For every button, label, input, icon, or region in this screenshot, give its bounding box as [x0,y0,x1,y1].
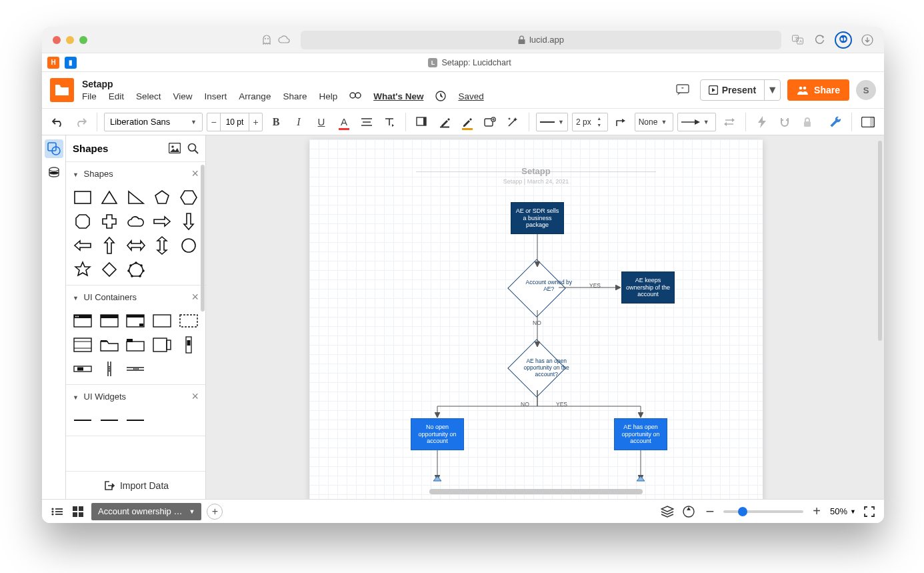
saved-status[interactable]: Saved [458,91,483,101]
shape-triangle[interactable] [99,189,119,206]
uiw-3[interactable] [126,412,146,429]
font-size-value[interactable]: 10 pt [221,113,249,131]
lock-icon[interactable] [798,113,817,131]
active-tab[interactable]: L Setapp: Lucidchart [82,58,857,67]
uic-scrollbar-v[interactable] [179,336,199,354]
1password-icon[interactable]: ⓵ [835,31,852,49]
panels-icon[interactable] [859,113,877,131]
text-options-icon[interactable] [380,113,399,131]
bold-icon[interactable]: B [267,113,285,131]
uic-window[interactable] [99,312,119,330]
border-color-icon[interactable] [435,113,454,131]
document-page[interactable]: Setapp Setapp | March 24, 2021 AE or SDR… [309,139,763,499]
uic-dialog[interactable] [126,312,146,330]
history-icon[interactable] [435,91,446,101]
document-title[interactable]: Setapp [82,79,664,89]
rail-data-icon[interactable] [45,163,63,182]
shape-diamond[interactable] [99,261,119,278]
shape-polygon[interactable] [126,261,146,278]
line-start-select[interactable]: None▼ [635,113,673,131]
search-icon[interactable] [187,143,199,154]
uic-card[interactable] [152,336,172,354]
canvas[interactable]: Setapp Setapp | March 24, 2021 AE or SDR… [206,135,884,499]
magic-icon[interactable] [503,113,522,131]
uic-tab-folder[interactable] [126,336,146,354]
uic-folder[interactable] [99,336,119,354]
target-icon[interactable] [681,504,697,520]
font-color-icon[interactable]: A [335,113,353,131]
shapes-panel-scroll[interactable]: ▼ Shapes × [66,162,205,471]
add-page-button[interactable]: + [207,504,223,520]
layers-icon[interactable] [659,504,675,520]
uiw-2[interactable] [99,412,119,429]
shape-pentagon[interactable] [153,189,173,206]
wrench-icon[interactable] [826,113,845,131]
url-bar[interactable]: lucid.app [301,31,781,49]
shape-cloud[interactable] [126,213,146,230]
swap-ends-icon[interactable] [720,113,739,131]
menu-insert[interactable]: Insert [205,91,227,101]
menu-file[interactable]: File [82,91,97,101]
panel-scrollbar[interactable] [201,165,205,312]
ghost-icon[interactable] [261,34,273,46]
section-close-icon[interactable]: × [191,290,199,304]
redo-icon[interactable] [71,113,90,131]
line-color-icon[interactable] [458,113,477,131]
shape-star[interactable] [73,261,93,278]
shape-options-icon[interactable] [481,113,499,131]
shape-arrow-up[interactable] [99,237,119,254]
shape-octagon[interactable] [73,213,93,230]
shape-arrow-ud[interactable] [153,237,173,254]
underline-icon[interactable]: U [312,113,331,131]
whats-new-link[interactable]: What's New [373,91,423,101]
line-style-select[interactable]: ▼ [536,113,568,131]
uic-scrollbar-h[interactable] [73,360,93,378]
present-button[interactable]: Present [701,80,764,100]
cloud-icon[interactable] [278,34,290,46]
shape-arrow-down[interactable] [179,213,199,230]
font-family-select[interactable]: Liberation Sans▼ [104,113,203,131]
shape-circle[interactable] [179,237,199,254]
comments-icon[interactable]: ❞ [672,80,693,100]
uic-splitter-h[interactable] [126,360,146,378]
undo-icon[interactable] [49,113,67,131]
zoom-slider[interactable] [723,510,803,513]
line-routing-icon[interactable] [612,113,631,131]
image-icon[interactable] [169,143,181,154]
rail-shapes-icon[interactable] [45,139,63,158]
menu-arrange[interactable]: Arrange [239,91,271,101]
grid-icon[interactable] [70,504,86,520]
uiw-1[interactable] [73,412,93,429]
italic-icon[interactable]: I [289,113,308,131]
minimize-window-icon[interactable] [66,36,74,44]
downloads-icon[interactable] [861,34,873,46]
maximize-window-icon[interactable] [79,36,87,44]
zoom-value[interactable]: 50%▼ [830,506,856,516]
import-data-button[interactable]: Import Data [66,471,205,499]
find-icon[interactable] [349,91,361,101]
menu-view[interactable]: View [173,91,193,101]
menu-edit[interactable]: Edit [109,91,124,101]
outline-icon[interactable] [49,504,65,520]
share-button[interactable]: Share [787,79,849,101]
shape-arrow-left[interactable] [73,237,93,254]
fill-color-icon[interactable] [413,113,431,131]
pinned-tab-1[interactable]: H [47,57,59,69]
font-size-stepper[interactable]: − 10 pt + [207,113,263,131]
section-shapes-header[interactable]: ▼ Shapes × [66,162,205,185]
page-tab[interactable]: Account ownership …▼ [91,503,201,520]
fullscreen-icon[interactable] [861,504,877,520]
uic-panel[interactable] [152,312,172,330]
shape-right-triangle[interactable] [126,189,146,206]
menu-select[interactable]: Select [136,91,161,101]
flash-icon[interactable] [753,113,771,131]
reload-icon[interactable] [813,34,825,46]
present-dropdown[interactable]: ▼ [764,80,780,100]
app-home-icon[interactable] [50,78,74,102]
uic-splitter-v[interactable] [99,360,119,378]
horizontal-scrollbar[interactable] [429,489,643,494]
uic-browser[interactable] [73,312,93,330]
uic-frame[interactable] [179,312,199,330]
uic-header-panel[interactable] [73,336,93,354]
section-uic-header[interactable]: ▼ UI Containers × [66,285,205,308]
